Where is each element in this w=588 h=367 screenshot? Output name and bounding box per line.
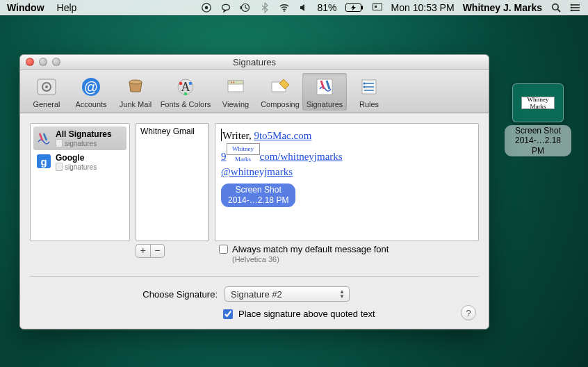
- pen-icon: [35, 129, 52, 146]
- tab-rules-label: Rules: [347, 100, 391, 108]
- svg-point-27: [184, 92, 188, 96]
- file-label: Screen Shot 2014-…2.18 PM: [505, 125, 571, 156]
- desktop-file[interactable]: Whitney Marks Screen Shot 2014-…2.18 PM: [505, 83, 571, 156]
- svg-rect-8: [375, 6, 377, 8]
- svg-text:g: g: [40, 156, 47, 168]
- at-icon: @: [79, 75, 103, 99]
- tab-junkmail[interactable]: Junk Mail: [113, 73, 158, 111]
- tab-general[interactable]: General: [24, 73, 69, 111]
- timemachine-icon[interactable]: [240, 2, 251, 13]
- editor-link-9to5mac[interactable]: 9to5Mac.com: [254, 130, 311, 141]
- gear-icon: [35, 75, 58, 99]
- close-button[interactable]: [26, 58, 34, 66]
- minimize-button[interactable]: [39, 58, 47, 66]
- editor-text: Writer,: [222, 130, 254, 141]
- tab-signatures-label: Signatures: [302, 100, 347, 108]
- tab-fontscolors[interactable]: A Fonts & Colors: [158, 73, 213, 111]
- bluetooth-icon[interactable]: [259, 2, 270, 13]
- account-google[interactable]: g Google signatures: [33, 150, 126, 174]
- google-icon: g: [35, 153, 52, 170]
- svg-text:A: A: [181, 80, 190, 94]
- page-icon: [56, 163, 63, 171]
- signature-item[interactable]: Whitney Gmail: [140, 127, 204, 136]
- svg-point-9: [553, 4, 558, 10]
- tab-composing-label: Composing: [258, 100, 302, 108]
- user-label[interactable]: Whitney J. Marks: [463, 2, 542, 13]
- svg-point-2: [222, 4, 229, 10]
- tab-rules[interactable]: Rules: [347, 73, 391, 111]
- page-icon: [56, 139, 63, 147]
- menu-window[interactable]: Window: [7, 2, 44, 13]
- accounts-list[interactable]: All Signatures signatures g Google signa…: [30, 123, 130, 241]
- svg-text:@: @: [84, 79, 98, 95]
- speech-icon[interactable]: [220, 2, 231, 13]
- add-signature-button[interactable]: +: [136, 245, 151, 257]
- account-title: Google: [56, 153, 97, 163]
- svg-point-1: [204, 6, 207, 9]
- svg-rect-6: [361, 6, 363, 9]
- tab-accounts[interactable]: @ Accounts: [69, 73, 113, 111]
- svg-point-30: [231, 82, 232, 83]
- editor-link-twitter[interactable]: @whitneyjmarks: [221, 166, 293, 177]
- match-font-sub: (Helvetica 36): [232, 255, 389, 263]
- wifi-icon[interactable]: [279, 2, 290, 13]
- rules-icon: [357, 75, 381, 99]
- tab-junkmail-label: Junk Mail: [113, 100, 158, 108]
- composing-icon: [268, 75, 292, 99]
- notifications-icon[interactable]: [570, 2, 581, 13]
- svg-point-4: [284, 10, 285, 12]
- attachment-chip[interactable]: Screen Shot 2014-…2.18 PM: [221, 184, 295, 207]
- svg-point-36: [364, 86, 366, 88]
- inline-image: Whitney Marks: [227, 143, 260, 155]
- titlebar[interactable]: Signatures: [20, 55, 489, 70]
- fonts-icon: A: [174, 75, 197, 99]
- tab-accounts-label: Accounts: [69, 100, 113, 108]
- traffic-lights: [26, 58, 60, 66]
- account-sub: signatures: [65, 163, 97, 171]
- zoom-button[interactable]: [52, 58, 60, 66]
- account-all-signatures[interactable]: All Signatures signatures: [33, 127, 126, 150]
- svg-point-16: [571, 10, 573, 12]
- account-sub: signatures: [65, 140, 97, 147]
- tab-composing[interactable]: Composing: [258, 73, 302, 111]
- signatures-icon: [313, 75, 336, 99]
- tab-viewing[interactable]: Viewing: [213, 73, 258, 111]
- window-title: Signatures: [233, 57, 276, 67]
- svg-rect-29: [228, 81, 243, 84]
- signature-editor[interactable]: Writer, 9to5Mac.com 9Whitney Markscom/wh…: [215, 123, 479, 241]
- spotlight-icon[interactable]: [550, 2, 562, 13]
- add-remove-buttons: + −: [136, 244, 165, 258]
- help-button[interactable]: ?: [461, 305, 476, 320]
- match-font-label: Always match my default message font: [232, 244, 389, 254]
- svg-point-14: [571, 4, 573, 6]
- display-icon[interactable]: [372, 2, 383, 13]
- menu-help[interactable]: Help: [57, 2, 77, 13]
- text-cursor: [221, 129, 222, 141]
- choose-signature-label: Choose Signature:: [30, 289, 218, 300]
- remove-signature-button[interactable]: −: [151, 245, 165, 257]
- svg-point-15: [571, 7, 573, 9]
- viewing-icon: [224, 75, 247, 99]
- tab-fontscolors-label: Fonts & Colors: [158, 100, 213, 108]
- signatures-window: Signatures General @ Accounts Junk Mail …: [19, 54, 489, 329]
- battery-label: 81%: [318, 2, 337, 13]
- svg-point-22: [129, 80, 142, 84]
- place-above-label: Place signature above quoted text: [238, 309, 375, 319]
- choose-signature-select[interactable]: Signature #2 ▲▼: [224, 286, 350, 302]
- match-font-checkbox[interactable]: [219, 245, 228, 254]
- refresh-icon[interactable]: [201, 2, 212, 13]
- place-above-checkbox[interactable]: [223, 309, 233, 319]
- signature-list[interactable]: Whitney Gmail: [136, 123, 209, 241]
- menubar: Window Help 81% Mon 10:53 PM Whitney J. …: [0, 0, 588, 15]
- volume-icon[interactable]: [298, 2, 309, 13]
- svg-rect-7: [373, 4, 382, 10]
- svg-point-31: [233, 82, 234, 83]
- thumbnail-image: Whitney Marks: [521, 97, 555, 109]
- clock-label[interactable]: Mon 10:53 PM: [391, 2, 455, 13]
- battery-icon[interactable]: [345, 3, 364, 13]
- svg-point-35: [364, 83, 366, 85]
- chevron-updown-icon: ▲▼: [339, 289, 345, 299]
- svg-line-10: [557, 9, 560, 12]
- tab-signatures[interactable]: Signatures: [302, 73, 347, 111]
- editor-link-line2[interactable]: 9Whitney Markscom/whitneyjmarks: [221, 151, 343, 162]
